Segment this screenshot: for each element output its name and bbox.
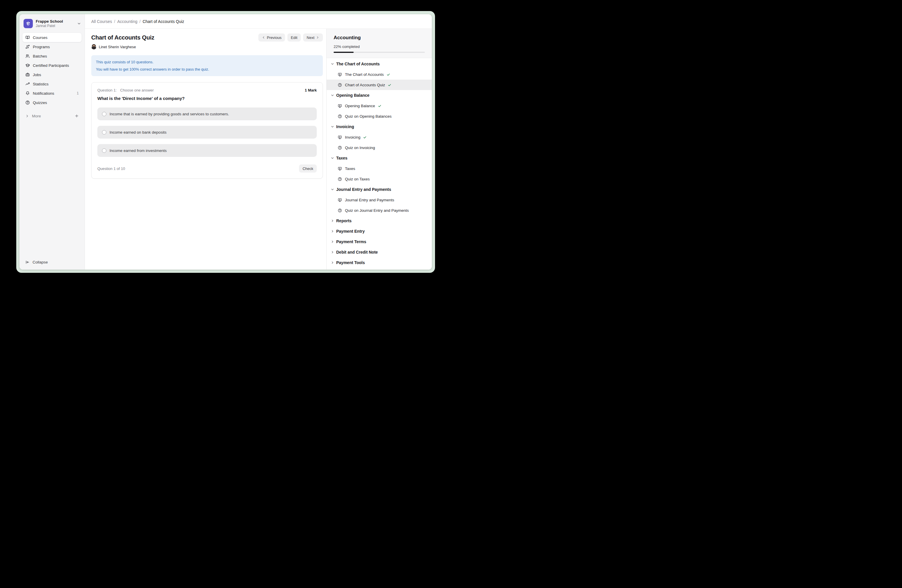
author-avatar [91, 44, 97, 49]
quiz-author: Linet Sherin Varghese [91, 44, 323, 49]
edit-button[interactable]: Edit [287, 33, 301, 42]
outline-section-payment-terms[interactable]: Payment Terms [327, 236, 432, 247]
course-title: Accounting [334, 35, 425, 41]
outline-lesson[interactable]: Journal Entry and Payments [327, 195, 432, 205]
outline-quiz-current[interactable]: Chart of Accounts Quiz [327, 80, 432, 90]
previous-label: Previous [267, 36, 282, 40]
sidebar-item-courses[interactable]: Courses [22, 33, 81, 42]
answer-option-label: Income earned from investments [110, 149, 167, 153]
sidebar-item-notifications[interactable]: Notifications 1 [22, 89, 81, 98]
sidebar-item-label: Notifications [33, 91, 74, 95]
chevron-right-icon [331, 230, 334, 233]
radio-button[interactable] [102, 130, 106, 134]
outline-quiz[interactable]: Quiz on Taxes [327, 174, 432, 184]
sidebar-item-programs[interactable]: Programs [22, 42, 81, 52]
route-icon [25, 44, 30, 49]
left-sidebar: Frappe School Jannat Patel Courses Progr… [19, 14, 85, 270]
question-pagination: Question 1 of 10 [97, 166, 125, 171]
outline-section-invoicing[interactable]: Invoicing [327, 122, 432, 132]
sidebar-item-batches[interactable]: Batches [22, 52, 81, 61]
outline-section-payment-entry[interactable]: Payment Entry [327, 226, 432, 236]
breadcrumb-separator: / [139, 19, 141, 24]
outline-lesson[interactable]: Opening Balance [327, 100, 432, 111]
sidebar-item-statistics[interactable]: Statistics [22, 79, 81, 89]
breadcrumb-all-courses[interactable]: All Courses [91, 19, 112, 24]
answer-options: Income that is earned by providing goods… [97, 108, 317, 157]
question-card: Question 1: Choose one answer 1 Mark Wha… [91, 82, 323, 179]
monitor-play-icon [338, 72, 342, 77]
page-title: Chart of Accounts Quiz [91, 34, 154, 41]
outline-quiz[interactable]: Quiz on Invoicing [327, 142, 432, 153]
help-circle-icon [25, 100, 30, 105]
outline-lesson[interactable]: The Chart of Accounts [327, 69, 432, 80]
sidebar-item-label: Quizzes [33, 100, 79, 105]
workspace-switcher[interactable]: Frappe School Jannat Patel [23, 19, 81, 28]
question-marks: 1 Mark [305, 88, 317, 92]
app-frame: Frappe School Jannat Patel Courses Progr… [16, 11, 435, 273]
answer-option-label: Income earned on bank deposits [110, 130, 166, 134]
collapse-left-icon [25, 260, 30, 264]
check-icon [387, 73, 390, 77]
sidebar-item-certified-participants[interactable]: Certified Participants [22, 61, 81, 70]
course-progress-fill [334, 52, 354, 53]
outline-lesson[interactable]: Invoicing [327, 132, 432, 142]
outline-section-chart-of-accounts[interactable]: The Chart of Accounts [327, 59, 432, 69]
outline-section-debit-credit-note[interactable]: Debit and Credit Note [327, 247, 432, 257]
monitor-play-icon [338, 135, 342, 139]
workspace-user: Jannat Patel [36, 24, 74, 28]
sidebar-item-label: Jobs [33, 73, 79, 77]
help-circle-icon [338, 114, 342, 119]
question-instruction: Choose one answer [120, 88, 305, 92]
next-label: Next [307, 36, 315, 40]
quiz-notice-banner: This quiz consists of 10 questions. You … [91, 55, 323, 76]
radio-button[interactable] [102, 112, 106, 116]
answer-option-1[interactable]: Income that is earned by providing goods… [97, 108, 317, 120]
help-circle-icon [338, 208, 342, 213]
plus-icon[interactable] [75, 114, 79, 118]
outline-section-journal-entry[interactable]: Journal Entry and Payments [327, 184, 432, 195]
answer-option-3[interactable]: Income earned from investments [97, 144, 317, 157]
notifications-count-badge: 1 [77, 91, 79, 95]
outline-section-reports[interactable]: Reports [327, 216, 432, 226]
answer-option-2[interactable]: Income earned on bank deposits [97, 126, 317, 139]
check-icon [363, 135, 367, 139]
breadcrumb-accounting[interactable]: Accounting [117, 19, 137, 24]
chevron-right-icon [331, 250, 334, 254]
graduation-cap-brand-icon [25, 20, 31, 27]
sidebar-item-label: Batches [33, 54, 79, 58]
trending-up-icon [25, 81, 30, 86]
edit-label: Edit [291, 36, 297, 40]
sidebar-menu: Courses Programs Batches Certified Parti… [22, 33, 81, 107]
chevron-down-icon [331, 94, 334, 97]
outline-section-taxes[interactable]: Taxes [327, 153, 432, 163]
outline-quiz[interactable]: Quiz on Journal Entry and Payments [327, 205, 432, 216]
previous-button[interactable]: Previous [258, 33, 285, 42]
sidebar-item-jobs[interactable]: Jobs [22, 70, 81, 79]
course-progress-header: Accounting 22% completed [327, 29, 432, 58]
quiz-page: Chart of Accounts Quiz Previous Edit Nex… [85, 29, 326, 270]
breadcrumb-separator: / [114, 19, 115, 24]
question-number-label: Question 1: [97, 88, 117, 92]
monitor-play-icon [338, 104, 342, 108]
check-button[interactable]: Check [299, 164, 317, 172]
next-button[interactable]: Next [303, 33, 323, 42]
answer-option-label: Income that is earned by providing goods… [110, 112, 229, 116]
outline-quiz[interactable]: Quiz on Opening Balances [327, 111, 432, 122]
sidebar-more[interactable]: More [22, 111, 81, 120]
sidebar-item-label: Certified Participants [33, 63, 79, 68]
outline-section-opening-balance[interactable]: Opening Balance [327, 90, 432, 100]
monitor-play-icon [338, 166, 342, 171]
outline-section-payment-tools[interactable]: Payment Tools [327, 257, 432, 268]
outline-lesson[interactable]: Taxes [327, 163, 432, 174]
users-icon [25, 54, 30, 58]
check-icon [378, 104, 382, 108]
chevron-right-icon [331, 261, 334, 264]
help-circle-icon [338, 145, 342, 150]
sidebar-item-quizzes[interactable]: Quizzes [22, 98, 81, 107]
chevron-left-icon [262, 36, 265, 39]
sidebar-item-label: Statistics [33, 82, 79, 86]
question-text: What is the 'Direct Income' of a company… [97, 96, 317, 101]
chevron-right-icon [331, 240, 334, 244]
radio-button[interactable] [102, 149, 106, 153]
collapse-sidebar-button[interactable]: Collapse [25, 260, 81, 264]
